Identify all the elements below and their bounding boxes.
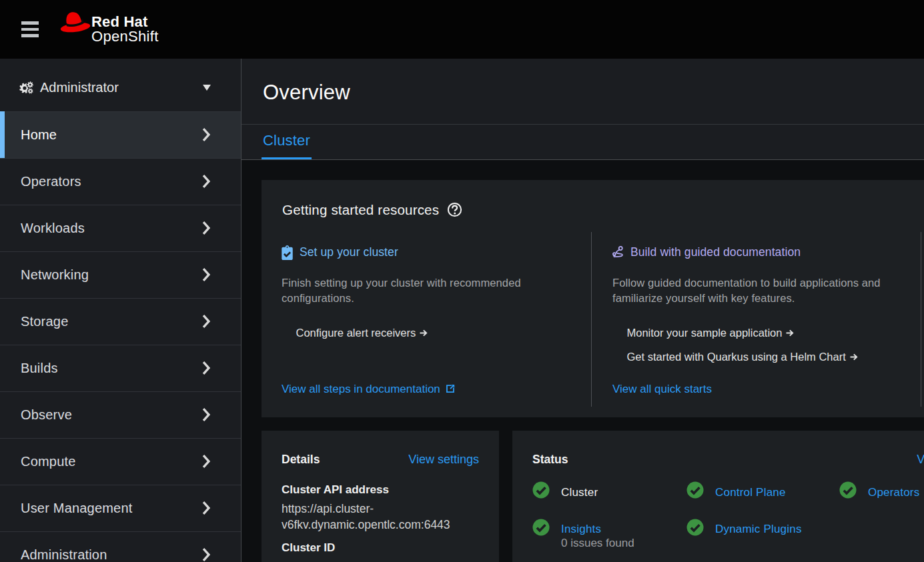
route-icon: [612, 245, 624, 259]
nav-toggle-button[interactable]: [13, 11, 47, 47]
sidebar-item-label: Administration: [21, 547, 107, 562]
monitor-sample-app-link[interactable]: Monitor your sample application: [627, 325, 795, 341]
sidebar-item-networking[interactable]: Networking: [0, 251, 241, 298]
page-header: Overview: [242, 59, 924, 125]
chevron-right-icon: [202, 407, 210, 422]
sidebar-nav-list: HomeOperatorsWorkloadsNetworkingStorageB…: [0, 111, 241, 562]
cogs-icon: [19, 81, 33, 94]
view-alerts-link[interactable]: View alerts: [917, 453, 924, 467]
clipboard-check-icon: [282, 245, 293, 260]
quarkus-helm-chart-link[interactable]: Get started with Quarkus using a Helm Ch…: [627, 349, 858, 365]
cluster-api-address-label: Cluster API address: [282, 482, 479, 498]
sidebar-item-builds[interactable]: Builds: [0, 345, 241, 391]
chevron-right-icon: [202, 547, 210, 562]
sidebar-item-label: User Management: [21, 501, 133, 516]
arrow-right-icon: [420, 329, 428, 337]
tab-label: Cluster: [263, 132, 310, 149]
check-circle-icon: [532, 519, 550, 536]
configure-alert-receivers-link[interactable]: Configure alert receivers: [296, 325, 428, 341]
status-grid: ClusterControl PlaneOperatorsInsights0 i…: [532, 481, 924, 551]
status-item-insights: Insights0 issues found: [532, 519, 686, 551]
check-circle-icon: [532, 481, 550, 499]
check-circle-icon: [686, 519, 704, 536]
external-link-icon: [446, 384, 455, 393]
sidebar-item-compute[interactable]: Compute: [0, 438, 241, 485]
status-link[interactable]: Control Plane: [715, 486, 786, 499]
sidebar-item-label: Builds: [21, 361, 58, 376]
perspective-switcher[interactable]: Administrator: [0, 59, 241, 111]
sidebar-item-administration[interactable]: Administration: [0, 531, 241, 562]
sidebar-item-label: Compute: [21, 454, 76, 469]
sidebar-item-storage[interactable]: Storage: [0, 298, 241, 345]
sidebar-nav: Administrator HomeOperatorsWorkloadsNetw…: [0, 59, 242, 562]
view-settings-link[interactable]: View settings: [408, 453, 479, 467]
status-link[interactable]: Operators: [868, 486, 919, 499]
details-list: Cluster API address https://api.cluster-…: [282, 482, 479, 556]
tab-cluster[interactable]: Cluster: [262, 125, 312, 159]
sidebar-item-user-management[interactable]: User Management: [0, 485, 241, 531]
chevron-right-icon: [202, 454, 210, 469]
build-guided-description: Follow guided documentation to build app…: [612, 275, 893, 307]
view-all-quick-starts-link[interactable]: View all quick starts: [612, 383, 712, 395]
status-title: Status: [532, 451, 568, 467]
getting-started-col-offscreen: [921, 232, 924, 407]
content-area: Getting started resources: [242, 160, 924, 562]
status-item-dynamic-plugins: Dynamic Plugins: [686, 519, 839, 551]
hamburger-icon: [21, 21, 39, 25]
perspective-label: Administrator: [40, 80, 119, 95]
sidebar-item-label: Storage: [21, 314, 68, 329]
status-text: Cluster: [561, 486, 598, 499]
main-area: Overview Cluster Getting started resourc…: [242, 59, 924, 562]
status-item-control-plane: Control Plane: [686, 481, 839, 501]
chevron-right-icon: [202, 361, 210, 375]
chevron-right-icon: [202, 501, 210, 515]
setup-cluster-description: Finish setting up your cluster with reco…: [282, 275, 562, 307]
sidebar-item-label: Networking: [21, 267, 89, 283]
status-card: Status View alerts ClusterControl PlaneO…: [512, 431, 924, 562]
setup-cluster-heading: Set up your cluster: [300, 245, 398, 259]
redhat-fedora-icon: [60, 11, 91, 33]
status-subtext: 0 issues found: [561, 535, 634, 551]
brand-line1: Red Hat: [91, 16, 159, 28]
chevron-right-icon: [202, 174, 210, 189]
sidebar-item-label: Workloads: [21, 221, 85, 236]
page-title: Overview: [263, 81, 924, 105]
chevron-right-icon: [202, 127, 210, 142]
sidebar-item-label: Operators: [21, 174, 81, 189]
chevron-right-icon: [202, 221, 210, 235]
help-button[interactable]: [447, 202, 462, 217]
cluster-api-address-value: https://api.cluster-v6fkv.dynamic.opentl…: [282, 501, 479, 533]
question-circle-icon: [447, 202, 462, 217]
check-circle-icon: [839, 481, 857, 499]
status-link[interactable]: Insights: [561, 523, 601, 535]
getting-started-title: Getting started resources: [282, 201, 439, 219]
getting-started-col-build: Build with guided documentation Follow g…: [591, 232, 921, 407]
caret-down-icon: [203, 85, 211, 91]
getting-started-col-setup: Set up your cluster Finish setting up yo…: [262, 232, 591, 407]
sidebar-item-label: Home: [21, 127, 57, 143]
chevron-right-icon: [202, 314, 210, 329]
arrow-right-icon: [786, 329, 794, 337]
tab-bar: Cluster: [242, 125, 924, 160]
brand-logo[interactable]: Red Hat OpenShift: [60, 11, 159, 44]
sidebar-item-home[interactable]: Home: [0, 111, 241, 158]
sidebar-item-workloads[interactable]: Workloads: [0, 205, 241, 251]
sidebar-item-operators[interactable]: Operators: [0, 158, 241, 205]
chevron-right-icon: [202, 267, 210, 282]
status-item-cluster: Cluster: [532, 481, 686, 501]
getting-started-card: Getting started resources: [262, 180, 924, 417]
build-guided-heading: Build with guided documentation: [630, 245, 801, 259]
sidebar-item-label: Observe: [21, 407, 72, 423]
status-item-operators: Operators: [839, 481, 924, 501]
details-title: Details: [282, 451, 320, 467]
view-all-steps-link[interactable]: View all steps in documentation: [282, 383, 455, 395]
brand-line2: OpenShift: [91, 29, 159, 44]
check-circle-icon: [686, 481, 704, 499]
masthead: Red Hat OpenShift: [0, 0, 924, 59]
details-card: Details View settings Cluster API addres…: [262, 431, 499, 562]
cluster-id-label: Cluster ID: [282, 540, 479, 556]
sidebar-item-observe[interactable]: Observe: [0, 391, 241, 438]
arrow-right-icon: [850, 353, 858, 361]
status-link[interactable]: Dynamic Plugins: [715, 523, 802, 535]
